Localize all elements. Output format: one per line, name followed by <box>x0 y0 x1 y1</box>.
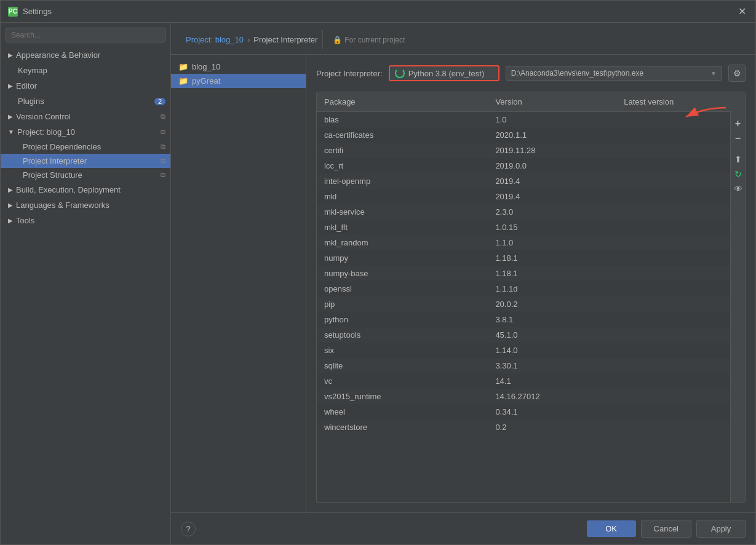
cell-package: wheel <box>317 404 488 420</box>
folder-icon: 📁 <box>178 76 188 86</box>
sidebar-item-appearance[interactable]: ▶ Appearance & Behavior <box>1 47 170 63</box>
table-row[interactable]: vs2015_runtime 14.16.27012 <box>317 389 745 404</box>
interpreter-path-dropdown[interactable]: D:\Anaconda3\envs\env_test\python.exe ▼ <box>506 66 722 81</box>
sidebar-item-plugins[interactable]: Plugins 2 <box>1 93 170 109</box>
table-row[interactable]: pip 20.0.2 <box>317 296 745 312</box>
cell-version: 1.18.1 <box>488 266 616 281</box>
spinner-icon <box>395 68 405 78</box>
dropdown-arrow-icon: ▼ <box>710 70 717 77</box>
package-table: Package Version Latest version blas 1.0 … <box>317 92 745 435</box>
projects-panel: 📁 blog_10 📁 pyGreat <box>171 55 306 512</box>
table-row[interactable]: numpy 1.18.1 <box>317 250 745 266</box>
sidebar-item-editor[interactable]: ▶ Editor <box>1 78 170 93</box>
table-row[interactable]: numpy-base 1.18.1 <box>317 266 745 281</box>
scroll-up-button[interactable]: ⬆ <box>731 153 745 166</box>
table-row[interactable]: mkl 2019.4 <box>317 189 745 204</box>
cell-latest <box>616 143 745 158</box>
project-item-blog10[interactable]: 📁 blog_10 <box>171 60 306 74</box>
table-row[interactable]: sqlite 3.30.1 <box>317 358 745 373</box>
sidebar-item-version-control[interactable]: ▶ Version Control ⧉ <box>1 109 170 124</box>
apply-button[interactable]: Apply <box>696 520 746 538</box>
bottom-bar-left: ? <box>181 522 582 536</box>
cell-package: vc <box>317 373 488 389</box>
cell-package: numpy <box>317 250 488 266</box>
cell-package: numpy-base <box>317 266 488 281</box>
sidebar-item-build-execution[interactable]: ▶ Build, Execution, Deployment <box>1 182 170 197</box>
sidebar-subitem-project-structure[interactable]: Project Structure ⧉ <box>1 168 170 182</box>
expand-arrow-icon: ▶ <box>8 186 13 193</box>
cell-version: 1.0.15 <box>488 220 616 235</box>
table-row[interactable]: python 3.8.1 <box>317 312 745 327</box>
table-row[interactable]: vc 14.1 <box>317 373 745 389</box>
table-row[interactable]: mkl_fft 1.0.15 <box>317 220 745 235</box>
sidebar-item-label: Languages & Frameworks <box>16 201 109 210</box>
table-header: Package Version Latest version <box>317 92 745 112</box>
sidebar-item-label: Plugins <box>18 97 44 106</box>
cell-latest <box>616 327 745 343</box>
breadcrumb-project[interactable]: Project: blog_10 <box>186 35 244 44</box>
plugins-badge: 2 <box>154 98 165 105</box>
table-row[interactable]: icc_rt 2019.0.0 <box>317 158 745 173</box>
cell-latest <box>616 158 745 173</box>
sidebar-item-project-blog10[interactable]: ▼ Project: blog_10 ⧉ <box>1 124 170 140</box>
ok-button[interactable]: OK <box>587 520 636 537</box>
cancel-button[interactable]: Cancel <box>641 520 691 538</box>
table-row[interactable]: mkl-service 2.3.0 <box>317 204 745 220</box>
cell-package: icc_rt <box>317 158 488 173</box>
sidebar-subitem-project-interpreter[interactable]: Project Interpreter ⧉ <box>1 154 170 168</box>
cell-latest <box>616 404 745 420</box>
table-row[interactable]: openssl 1.1.1d <box>317 281 745 296</box>
table-row[interactable]: setuptools 45.1.0 <box>317 327 745 343</box>
cell-package: mkl_fft <box>317 220 488 235</box>
cell-latest <box>616 235 745 250</box>
cell-package: wincertstore <box>317 420 488 435</box>
table-row[interactable]: wheel 0.34.1 <box>317 404 745 420</box>
interpreter-selector[interactable]: Python 3.8 (env_test) <box>389 65 499 81</box>
breadcrumb-page: Project Interpreter <box>253 35 317 44</box>
copy-icon: ⧉ <box>161 128 165 136</box>
search-input[interactable] <box>6 28 165 42</box>
project-label: pyGreat <box>192 76 220 86</box>
gear-button[interactable]: ⚙ <box>728 65 746 82</box>
cell-latest <box>616 127 745 143</box>
table-row[interactable]: mkl_random 1.1.0 <box>317 235 745 250</box>
content-area: Project: blog_10 › Project Interpreter 🔒… <box>171 23 755 544</box>
eye-button[interactable]: 👁 <box>731 182 745 196</box>
expand-arrow-down-icon: ▼ <box>8 129 14 135</box>
sidebar-item-label: Project Dependencies <box>23 142 101 151</box>
project-item-pygreat[interactable]: 📁 pyGreat <box>171 74 306 88</box>
table-row[interactable]: ca-certificates 2020.1.1 <box>317 127 745 143</box>
sidebar-item-label: Version Control <box>16 112 71 121</box>
remove-package-button[interactable]: − <box>731 132 745 145</box>
sidebar-item-tools[interactable]: ▶ Tools <box>1 213 170 228</box>
project-list-panel: Project: blog_10 › Project Interpreter <box>181 30 323 49</box>
cell-latest <box>616 343 745 358</box>
cell-version: 1.1.0 <box>488 235 616 250</box>
table-row[interactable]: intel-openmp 2019.4 <box>317 173 745 189</box>
table-row[interactable]: wincertstore 0.2 <box>317 420 745 435</box>
sidebar-item-keymap[interactable]: Keymap <box>1 63 170 78</box>
cell-version: 2019.0.0 <box>488 158 616 173</box>
sidebar-subitem-project-dependencies[interactable]: Project Dependencies ⧉ <box>1 140 170 154</box>
folder-icon: 📁 <box>178 62 188 71</box>
cell-latest <box>616 389 745 404</box>
table-row[interactable]: certifi 2019.11.28 <box>317 143 745 158</box>
cell-package: blas <box>317 112 488 128</box>
sidebar-item-languages-frameworks[interactable]: ▶ Languages & Frameworks <box>1 197 170 213</box>
col-latest: Latest version <box>616 92 745 112</box>
refresh-button[interactable]: ↻ <box>731 167 745 181</box>
close-button[interactable]: ✕ <box>736 6 748 18</box>
cell-package: vs2015_runtime <box>317 389 488 404</box>
cell-version: 2020.1.1 <box>488 127 616 143</box>
content-header: Project: blog_10 › Project Interpreter 🔒… <box>171 23 755 55</box>
table-row[interactable]: blas 1.0 <box>317 112 745 128</box>
for-current-project: 🔒 For current project <box>333 36 405 44</box>
expand-arrow-icon: ▶ <box>8 217 13 224</box>
sidebar-item-label: Project Structure <box>23 170 82 180</box>
cell-package: setuptools <box>317 327 488 343</box>
help-button[interactable]: ? <box>181 522 196 536</box>
sidebar-item-label: Appearance & Behavior <box>16 50 100 60</box>
table-row[interactable]: six 1.14.0 <box>317 343 745 358</box>
interpreter-row: Project Interpreter: Python 3.8 (env_tes… <box>316 65 746 82</box>
add-package-button[interactable]: + <box>731 117 745 130</box>
